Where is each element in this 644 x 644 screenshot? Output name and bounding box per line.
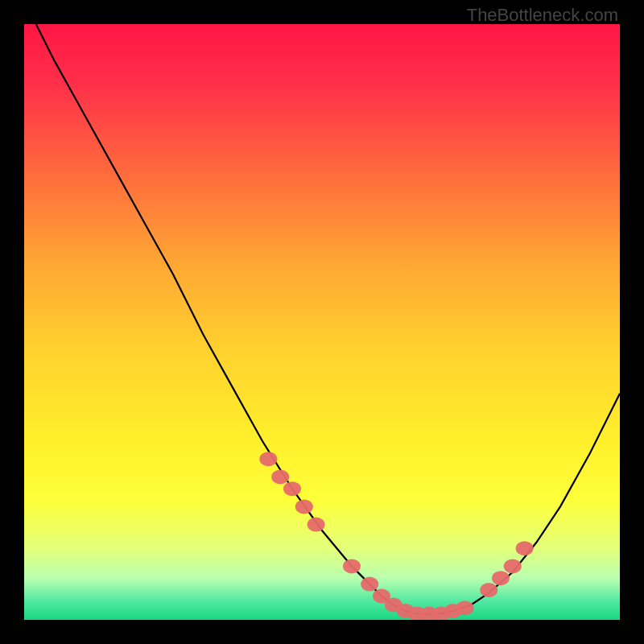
svg-point-3: [283, 481, 301, 496]
svg-point-1: [259, 452, 277, 466]
svg-point-7: [361, 577, 378, 592]
watermark-text: TheBottleneck.com: [467, 5, 618, 26]
svg-point-17: [492, 571, 510, 585]
svg-point-5: [308, 518, 325, 532]
svg-point-19: [516, 541, 534, 555]
svg-point-18: [504, 559, 522, 573]
svg-point-16: [480, 583, 497, 597]
chart-container: TheBottleneck.com: [0, 0, 644, 644]
bottleneck-curve: [36, 24, 620, 614]
plot-area: [24, 24, 620, 620]
svg-point-2: [271, 469, 289, 484]
svg-point-15: [456, 601, 474, 615]
marker-band: [259, 452, 533, 620]
svg-point-4: [295, 499, 313, 514]
svg-point-6: [343, 559, 361, 573]
curve-layer: [24, 24, 620, 620]
